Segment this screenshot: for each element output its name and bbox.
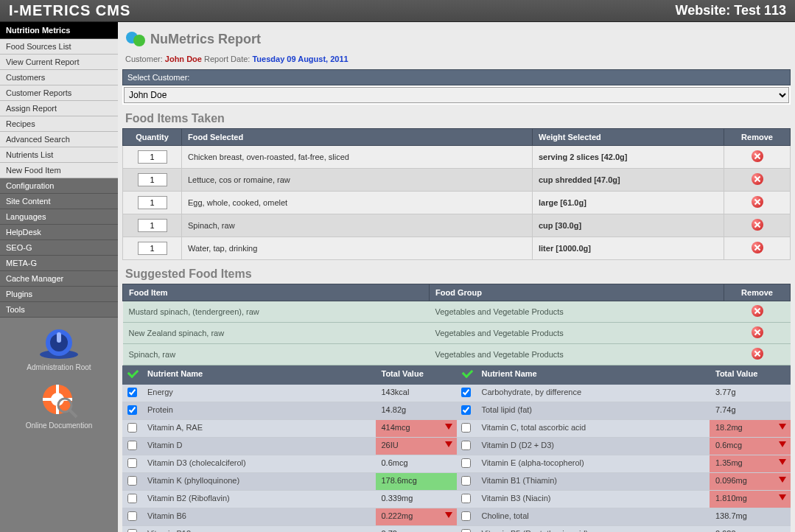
nutrient-name: Vitamin B12 bbox=[141, 526, 376, 532]
arrow-down-icon bbox=[779, 477, 786, 483]
nutrient-name: Vitamin K (phylloquinone) bbox=[141, 473, 376, 490]
nutrient-row: Vitamin D3 (cholecalciferol)0.6mcg bbox=[122, 455, 457, 473]
nutrient-checkbox[interactable] bbox=[127, 511, 137, 521]
arrow-down-icon bbox=[445, 512, 452, 518]
remove-icon[interactable] bbox=[752, 242, 763, 253]
suggested-title: Suggested Food Items bbox=[122, 260, 791, 284]
nutrient-row: Vitamin K (phylloquinone)178.6mcg bbox=[122, 473, 457, 491]
nutrient-name: Vitamin C, total ascorbic acid bbox=[476, 420, 710, 437]
nutrient-value: 178.6mcg bbox=[376, 473, 457, 490]
quantity-input[interactable] bbox=[138, 219, 167, 232]
nutrient-value: 0.920mg bbox=[710, 526, 791, 532]
nutrient-checkbox[interactable] bbox=[461, 494, 471, 503]
nutrient-checkbox[interactable] bbox=[127, 423, 137, 433]
nutrient-checkbox[interactable] bbox=[127, 388, 137, 397]
nutrient-checkbox[interactable] bbox=[461, 529, 471, 532]
nav-tools[interactable]: Tools bbox=[0, 302, 118, 318]
suggested-food: Spinach, raw bbox=[123, 344, 430, 365]
quantity-input[interactable] bbox=[138, 242, 167, 255]
nav-cache-manager[interactable]: Cache Manager bbox=[0, 271, 118, 287]
checkmark-icon bbox=[461, 369, 472, 379]
admin-root-button[interactable]: Administration Root bbox=[0, 325, 118, 371]
nutrient-value: 7.74g bbox=[710, 402, 791, 419]
food-row: Lettuce, cos or romaine, rawcup shredded… bbox=[123, 169, 791, 192]
chat-bubbles-icon bbox=[125, 31, 146, 47]
remove-icon[interactable] bbox=[752, 348, 763, 360]
nav-meta-g[interactable]: META-G bbox=[0, 256, 118, 271]
nutrient-row: Energy143kcal bbox=[122, 385, 457, 402]
nutrient-value: 0.70mcg bbox=[376, 526, 457, 532]
nutrient-name: Vitamin D bbox=[141, 438, 376, 455]
quantity-input[interactable] bbox=[138, 173, 167, 186]
quantity-input[interactable] bbox=[138, 196, 167, 209]
remove-icon[interactable] bbox=[752, 326, 763, 338]
nutrient-checkbox[interactable] bbox=[461, 441, 471, 450]
customer-select[interactable]: John Doe bbox=[124, 87, 789, 103]
nutrient-checkbox[interactable] bbox=[127, 405, 137, 415]
nav-customer-reports[interactable]: Customer Reports bbox=[0, 85, 118, 101]
sidebar: Nutrition MetricsFood Sources ListView C… bbox=[0, 22, 118, 532]
remove-icon[interactable] bbox=[752, 173, 763, 185]
nutrient-checkbox[interactable] bbox=[461, 388, 471, 397]
food-name: Water, tap, drinking bbox=[182, 237, 533, 260]
arrow-down-icon bbox=[779, 459, 786, 465]
nutrient-checkbox[interactable] bbox=[461, 458, 471, 468]
top-bar: I-METRICS CMS Website: Test 113 bbox=[0, 0, 795, 22]
nutrient-checkbox[interactable] bbox=[461, 511, 471, 521]
weight-cell: large [61.0g] bbox=[533, 192, 724, 214]
online-doc-button[interactable]: Online Documention bbox=[0, 383, 118, 430]
nutrient-checkbox[interactable] bbox=[127, 476, 137, 486]
nutrient-name: Vitamin B2 (Riboflavin) bbox=[141, 491, 376, 508]
arrow-down-icon bbox=[779, 441, 786, 447]
arrow-down-icon bbox=[779, 494, 786, 500]
svg-point-11 bbox=[133, 35, 145, 46]
nav-advanced-search[interactable]: Advanced Search bbox=[0, 132, 118, 147]
nutrient-checkbox[interactable] bbox=[461, 423, 471, 433]
nav-nutrients-list[interactable]: Nutrients List bbox=[0, 147, 118, 163]
remove-icon[interactable] bbox=[752, 219, 763, 231]
nutrient-checkbox[interactable] bbox=[461, 476, 471, 486]
nutrient-checkbox[interactable] bbox=[127, 529, 137, 532]
food-name: Egg, whole, cooked, omelet bbox=[182, 192, 533, 214]
check-all-header[interactable] bbox=[122, 365, 141, 385]
nav-customers[interactable]: Customers bbox=[0, 70, 118, 85]
quantity-input[interactable] bbox=[138, 150, 167, 164]
food-name: Lettuce, cos or romaine, raw bbox=[182, 169, 533, 192]
nutrient-checkbox[interactable] bbox=[461, 405, 471, 415]
suggested-row: Spinach, rawVegetables and Vegetable Pro… bbox=[123, 344, 791, 365]
nav-food-sources-list[interactable]: Food Sources List bbox=[0, 39, 118, 55]
nutrient-checkbox[interactable] bbox=[127, 441, 137, 450]
checkmark-icon bbox=[127, 369, 137, 379]
nav-plugins[interactable]: Plugins bbox=[0, 287, 118, 302]
nutrient-row: Vitamin C, total ascorbic acid18.2mg bbox=[457, 420, 791, 438]
remove-icon[interactable] bbox=[752, 196, 763, 208]
nutrient-row: Vitamin B1 (Thiamin)0.096mg bbox=[457, 473, 791, 491]
nutrient-checkbox[interactable] bbox=[127, 494, 137, 503]
nav-view-current-report[interactable]: View Current Report bbox=[0, 55, 118, 70]
nutrient-value: 0.6mcg bbox=[376, 455, 457, 472]
nav-configuration[interactable]: Configuration bbox=[0, 178, 118, 194]
food-taken-title: Food Items Taken bbox=[122, 105, 791, 128]
remove-icon[interactable] bbox=[752, 305, 763, 317]
nav-assign-report[interactable]: Assign Report bbox=[0, 101, 118, 116]
nav-languages[interactable]: Languages bbox=[0, 209, 118, 225]
nav-recipes[interactable]: Recipes bbox=[0, 116, 118, 132]
nav-site-content[interactable]: Site Content bbox=[0, 194, 118, 209]
check-all-header[interactable] bbox=[457, 365, 476, 385]
weight-cell: cup shredded [47.0g] bbox=[533, 169, 724, 192]
nutrient-row: Carbohydrate, by difference3.77g bbox=[457, 385, 791, 402]
nutrient-row: Vitamin D26IU bbox=[122, 438, 457, 455]
nutrient-name: Choline, total bbox=[476, 508, 710, 525]
nutrient-value: 143kcal bbox=[376, 385, 457, 402]
suggested-food: Mustard spinach, (tendergreen), raw bbox=[123, 301, 430, 323]
nav-helpdesk[interactable]: HelpDesk bbox=[0, 225, 118, 240]
nav-new-food-item[interactable]: New Food Item bbox=[0, 163, 118, 178]
nutrient-row: Protein14.82g bbox=[122, 402, 457, 420]
nav-seo-g[interactable]: SEO-G bbox=[0, 240, 118, 256]
nutrient-checkbox[interactable] bbox=[127, 458, 137, 468]
remove-icon[interactable] bbox=[752, 150, 763, 162]
food-row: Chicken breast, oven-roasted, fat-free, … bbox=[123, 146, 791, 169]
select-customer-label: Select Customer: bbox=[122, 69, 791, 85]
nutrient-value-header: Total Value bbox=[710, 365, 791, 385]
nutrient-name: Vitamin A, RAE bbox=[141, 420, 376, 437]
